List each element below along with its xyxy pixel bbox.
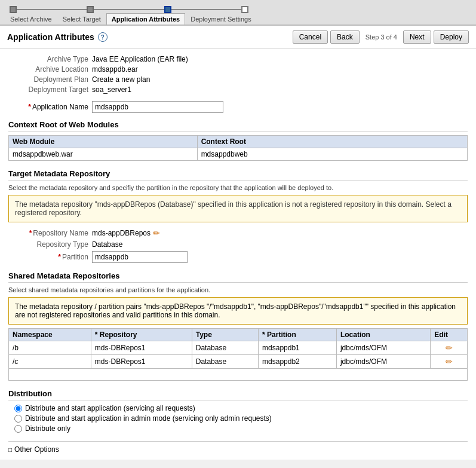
row1-type: Database [192,341,258,355]
dist-admin-label: Distribute and start application in admi… [25,414,272,423]
dist-only-radio[interactable] [14,425,22,433]
dist-only-row: Distribute only [14,424,468,433]
wizard-tabs: Select Archive Select Target Application… [5,13,471,25]
row1-edit[interactable]: ✏ [431,341,468,355]
step1-circle [10,6,17,13]
page-title: Application Attributes [7,32,94,42]
back-button[interactable]: Back [330,30,360,44]
deployment-target-row: Deployment Target soa_server1 [8,85,468,94]
page-header: Application Attributes ? Cancel Back Ste… [0,26,476,49]
repo-type-label: Repository Type [8,240,92,249]
context-root-title: Context Root of Web Modules [8,120,468,131]
content-area: Archive Type Java EE Application (EAR fi… [0,49,476,460]
app-name-row: *Application Name [8,101,468,113]
partition-row: *Partition [8,251,468,263]
dist-admin-radio[interactable] [14,415,22,423]
dist-only-label: Distribute only [25,424,70,433]
deployment-plan-row: Deployment Plan Create a new plan [8,75,468,84]
archive-type-value: Java EE Application (EAR file) [92,55,188,63]
context-root-table: Web Module Context Root mdsappdbweb.war [8,135,468,161]
deployment-target-label: Deployment Target [8,85,92,94]
target-metadata-section: Target Metadata Repository Select the me… [8,169,468,263]
row1-repository: mds-DBRepos1 [91,341,192,355]
app-name-input[interactable] [92,101,223,113]
shared-metadata-table: Namespace * Repository Type * Partition … [8,328,468,381]
archive-location-row: Archive Location mdsappdb.ear [8,65,468,74]
web-module-cell: mdsappdbweb.war [9,148,198,161]
shared-metadata-desc: Select shared metadata repositories and … [8,286,468,293]
expand-icon[interactable]: □ [8,446,12,453]
tab-select-target[interactable]: Select Target [57,13,106,25]
partition-label: *Partition [8,253,92,261]
context-root-section: Context Root of Web Modules Web Module C… [8,120,468,161]
step2-circle [87,6,94,13]
row2-edit-icon[interactable]: ✏ [446,357,453,366]
context-root-input[interactable] [201,150,463,158]
archive-type-row: Archive Type Java EE Application (EAR fi… [8,55,468,63]
shared-metadata-title: Shared Metadata Repositories [8,271,468,283]
row2-repository: mds-DBRepos1 [91,355,192,369]
main-content: Application Attributes ? Cancel Back Ste… [0,26,476,460]
distribution-title: Distribution [8,389,468,400]
line2 [94,9,164,10]
page-title-row: Application Attributes ? [7,32,108,42]
dist-start-label: Distribute and start application (servic… [25,404,195,412]
deployment-target-value: soa_server1 [92,85,131,94]
row1-partition: mdsappdb1 [259,341,337,355]
dist-start-radio[interactable] [14,405,22,412]
col-web-module: Web Module [9,136,198,148]
line1 [17,9,87,10]
row1-namespace: /b [9,341,91,355]
step-indicator: Step 3 of 4 [362,33,401,41]
shared-metadata-section: Shared Metadata Repositories Select shar… [8,271,468,381]
target-metadata-desc: Select the metadata repository and speci… [8,184,468,191]
archive-type-label: Archive Type [8,55,92,63]
step3-circle [164,6,171,13]
wizard-header: Select Archive Select Target Application… [0,0,476,26]
shared-metadata-warning: The metadata repository / partition pair… [8,297,468,325]
col-location: Location [336,329,430,341]
repo-name-value: mds-appDBRepos ✏ [92,228,160,238]
partition-input[interactable] [92,251,188,263]
col-partition: * Partition [259,329,337,341]
help-icon[interactable]: ? [98,32,108,42]
archive-info: Archive Type Java EE Application (EAR fi… [8,55,468,94]
target-metadata-title: Target Metadata Repository [8,169,468,181]
col-type: Type [192,329,258,341]
row1-edit-icon[interactable]: ✏ [446,343,453,353]
archive-location-label: Archive Location [8,65,92,74]
archive-location-value: mdsappdb.ear [92,65,138,74]
col-edit: Edit [431,329,468,341]
other-options-label[interactable]: Other Options [14,445,59,454]
row2-location: jdbc/mds/OFM [336,355,430,369]
context-root-cell[interactable] [197,148,467,161]
table-row: /c mds-DBRepos1 Database mdsappdb2 jdbc/… [9,355,468,369]
col-namespace: Namespace [9,329,91,341]
repo-name-edit-icon[interactable]: ✏ [153,228,160,238]
empty-row [9,369,468,381]
repo-type-value: Database [92,240,122,249]
target-metadata-warning: The metadata repository "mds-appDBRepos … [8,195,468,222]
table-row: mdsappdbweb.war [9,148,468,161]
deploy-button[interactable]: Deploy [434,30,469,44]
col-context-root: Context Root [197,136,467,148]
distribution-options: Distribute and start application (servic… [14,404,468,433]
tab-select-archive[interactable]: Select Archive [5,13,57,25]
distribution-section: Distribution Distribute and start applic… [8,389,468,433]
next-button[interactable]: Next [403,30,431,44]
cancel-button[interactable]: Cancel [293,30,328,44]
step4-circle [241,6,248,13]
deployment-plan-label: Deployment Plan [8,75,92,84]
row2-type: Database [192,355,258,369]
row1-location: jdbc/mds/OFM [336,341,430,355]
row2-edit[interactable]: ✏ [431,355,468,369]
dist-start-row: Distribute and start application (servic… [14,404,468,412]
tab-deployment-settings[interactable]: Deployment Settings [185,13,257,25]
row2-namespace: /c [9,355,91,369]
required-marker: * [28,103,31,111]
row2-partition: mdsappdb2 [259,355,337,369]
tab-application-attributes[interactable]: Application Attributes [106,13,185,25]
repo-type-row: Repository Type Database [8,240,468,249]
table-row: /b mds-DBRepos1 Database mdsappdb1 jdbc/… [9,341,468,355]
col-repository: * Repository [91,329,192,341]
